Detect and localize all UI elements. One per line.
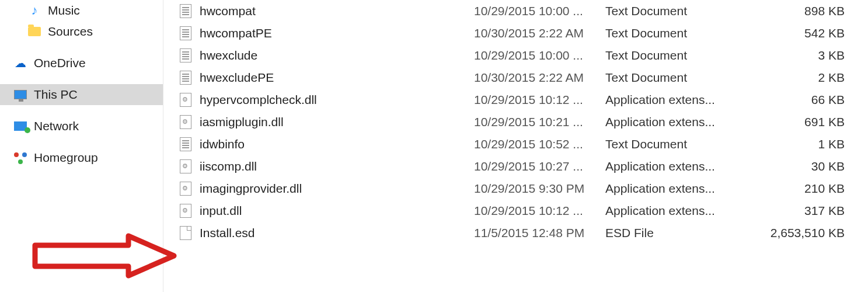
file-size: 2,653,510 KB [757, 226, 850, 240]
file-date: 10/30/2015 2:22 AM [474, 26, 605, 40]
navigation-pane: ♪MusicSources☁OneDriveThis PCNetworkHome… [0, 0, 163, 292]
file-row[interactable]: hwexcludePE10/30/2015 2:22 AMText Docume… [163, 67, 868, 89]
file-row[interactable]: Install.esd11/5/2015 12:48 PMESD File2,6… [163, 222, 868, 244]
file-date: 10/29/2015 10:00 ... [474, 4, 605, 18]
nav-item-homegroup[interactable]: Homegroup [0, 147, 163, 168]
file-name: iasmigplugin.dll [200, 115, 474, 129]
file-name: hwcompatPE [200, 26, 474, 40]
nav-item-label: Network [34, 119, 79, 133]
file-date: 10/30/2015 2:22 AM [474, 71, 605, 85]
file-row[interactable]: imagingprovider.dll10/29/2015 9:30 PMApp… [163, 178, 868, 200]
nav-item-label: This PC [34, 88, 78, 102]
file-type: Application extens... [605, 115, 757, 129]
file-type: Text Document [605, 26, 757, 40]
file-date: 10/29/2015 10:00 ... [474, 48, 605, 62]
nav-item-music[interactable]: ♪Music [0, 0, 163, 21]
file-type: Application extens... [605, 204, 757, 218]
file-type-icon [180, 137, 191, 151]
network-icon [14, 121, 27, 131]
nav-item-label: Sources [48, 25, 93, 39]
file-type: Application extens... [605, 182, 757, 196]
file-size: 66 KB [757, 93, 850, 107]
file-type: ESD File [605, 226, 757, 240]
file-row[interactable]: hwexclude10/29/2015 10:00 ...Text Docume… [163, 44, 868, 67]
file-type: Application extens... [605, 159, 757, 173]
file-name: hwexclude [200, 48, 474, 62]
file-name: idwbinfo [200, 137, 474, 151]
file-name: hwexcludePE [200, 71, 474, 85]
file-size: 542 KB [757, 26, 850, 40]
nav-item-label: OneDrive [34, 56, 86, 70]
file-size: 898 KB [757, 4, 850, 18]
file-type-icon [180, 93, 191, 107]
file-name: Install.esd [200, 226, 474, 240]
file-size: 3 KB [757, 48, 850, 62]
file-row[interactable]: iasmigplugin.dll10/29/2015 10:21 ...Appl… [163, 111, 868, 133]
file-row[interactable]: hwcompatPE10/30/2015 2:22 AMText Documen… [163, 22, 868, 44]
file-row[interactable]: iiscomp.dll10/29/2015 10:27 ...Applicati… [163, 155, 868, 178]
file-size: 2 KB [757, 71, 850, 85]
file-type-icon [180, 48, 191, 62]
nav-item-label: Music [48, 4, 80, 18]
file-row[interactable]: hypervcomplcheck.dll10/29/2015 10:12 ...… [163, 89, 868, 111]
file-type-icon [180, 182, 191, 196]
file-name: imagingprovider.dll [200, 182, 474, 196]
nav-item-label: Homegroup [34, 151, 98, 165]
file-date: 10/29/2015 10:52 ... [474, 137, 605, 151]
file-size: 30 KB [757, 159, 850, 173]
file-date: 10/29/2015 10:12 ... [474, 204, 605, 218]
file-name: hypervcomplcheck.dll [200, 93, 474, 107]
nav-item-onedrive[interactable]: ☁OneDrive [0, 53, 163, 74]
file-row[interactable]: idwbinfo10/29/2015 10:52 ...Text Documen… [163, 133, 868, 155]
folder-icon [28, 27, 41, 36]
file-type: Text Document [605, 4, 757, 18]
file-type-icon [180, 71, 191, 85]
file-name: hwcompat [200, 4, 474, 18]
music-icon: ♪ [32, 4, 38, 17]
file-size: 1 KB [757, 137, 850, 151]
file-size: 691 KB [757, 115, 850, 129]
file-list: hwcompat10/29/2015 10:00 ...Text Documen… [163, 0, 868, 292]
file-size: 210 KB [757, 182, 850, 196]
file-type-icon [180, 115, 191, 129]
file-type: Text Document [605, 137, 757, 151]
file-date: 10/29/2015 10:21 ... [474, 115, 605, 129]
file-type-icon [180, 226, 191, 240]
file-type: Text Document [605, 48, 757, 62]
file-date: 10/29/2015 10:12 ... [474, 93, 605, 107]
file-name: iiscomp.dll [200, 159, 474, 173]
nav-item-sources[interactable]: Sources [0, 21, 163, 42]
file-type-icon [180, 4, 191, 18]
file-date: 10/29/2015 9:30 PM [474, 182, 605, 196]
file-type-icon [180, 159, 191, 173]
file-type: Text Document [605, 71, 757, 85]
file-size: 317 KB [757, 204, 850, 218]
nav-item-this-pc[interactable]: This PC [0, 84, 163, 105]
file-name: input.dll [200, 204, 474, 218]
nav-item-network[interactable]: Network [0, 116, 163, 137]
pc-icon [14, 90, 27, 99]
file-type-icon [180, 26, 191, 40]
file-type-icon [180, 204, 191, 218]
onedrive-icon: ☁ [15, 56, 26, 70]
file-date: 11/5/2015 12:48 PM [474, 226, 605, 240]
file-row[interactable]: hwcompat10/29/2015 10:00 ...Text Documen… [163, 0, 868, 22]
homegroup-icon [14, 151, 27, 164]
file-date: 10/29/2015 10:27 ... [474, 159, 605, 173]
file-type: Application extens... [605, 93, 757, 107]
file-row[interactable]: input.dll10/29/2015 10:12 ...Application… [163, 200, 868, 222]
